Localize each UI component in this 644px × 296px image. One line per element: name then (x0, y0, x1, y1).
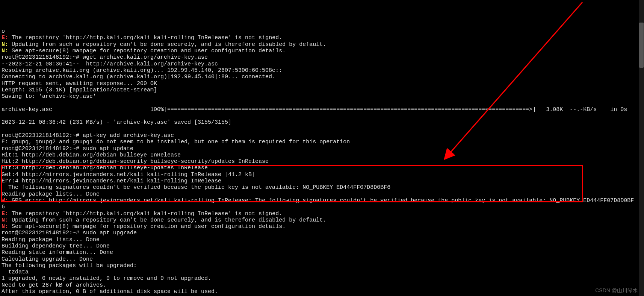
terminal-text-segment: E: gnupg, gnupg2 and gnupg1 do not seem … (2, 139, 350, 145)
terminal-text-segment: 2023-12-21 08:36:42 (231 MB/s) - 'archiv… (2, 119, 231, 126)
terminal-text-segment: The repository 'http://http.kali.org/kal… (8, 35, 282, 41)
terminal-line: Saving to: 'archive-key.asc' (2, 93, 642, 100)
terminal-text-segment: 1 upgraded, 0 newly installed, 0 to remo… (2, 275, 211, 282)
terminal-line: 6 (2, 204, 642, 210)
terminal-text-segment: After this operation, 0 B of additional … (2, 288, 218, 295)
terminal-line (2, 100, 642, 106)
terminal-text-segment: The following packages will be upgraded: (2, 263, 137, 269)
terminal-line: Connecting to archive.kali.org (archive.… (2, 74, 642, 80)
terminal-text-segment: Get:4 http://mirrors.jevincanders.net/ka… (2, 172, 255, 178)
terminal-line (2, 113, 642, 119)
terminal-text-segment: Reading package lists... Done (2, 191, 100, 197)
terminal-line: Resolving archive.kali.org (archive.kali… (2, 67, 642, 74)
terminal-text-segment: Updating from such a repository can't be… (8, 41, 326, 48)
terminal-line: The following signatures couldn't be ver… (2, 184, 642, 191)
terminal-line: Calculating upgrade... Done (2, 256, 642, 263)
terminal-text-segment (2, 126, 5, 132)
terminal-text-segment: --2023-12-21 08:36:41-- http://archive.k… (2, 61, 218, 67)
terminal-text-segment: N: (2, 217, 8, 223)
terminal-line: root@C20231218148192:~# sudo apt upgrade (2, 230, 642, 236)
terminal-text-segment: Saving to: 'archive-key.asc' (2, 93, 96, 100)
scrollbar-thumb[interactable] (639, 23, 644, 68)
terminal-text-segment: Hit:3 http://deb.debian.org/debian bulls… (2, 165, 208, 171)
terminal-text-segment (2, 113, 5, 119)
terminal-line: The following packages will be upgraded: (2, 263, 642, 269)
terminal-line: Hit:2 http://deb.debian.org/debian-secur… (2, 158, 642, 165)
terminal-text-segment: Resolving archive.kali.org (archive.kali… (2, 67, 282, 74)
terminal-line: N: See apt-secure(8) manpage for reposit… (2, 223, 642, 230)
terminal-text-segment: archive-key.asc 100%[===================… (2, 106, 627, 113)
terminal-line: N: See apt-secure(8) manpage for reposit… (2, 48, 642, 54)
terminal-line: --2023-12-21 08:36:41-- http://archive.k… (2, 61, 642, 67)
terminal-text-segment: Calculating upgrade... Done (2, 256, 93, 263)
terminal-line (2, 126, 642, 132)
terminal-text-segment: W: (2, 197, 8, 204)
terminal-text-segment: o (2, 28, 5, 35)
terminal-text-segment: Err:4 http://mirrors.jevincanders.net/ka… (2, 178, 221, 184)
terminal-text-segment: E: (2, 211, 8, 217)
terminal-line: o (2, 28, 642, 35)
terminal-text-segment: GPG error: http://mirrors.jevincanders.n… (8, 197, 634, 204)
terminal-line: After this operation, 0 B of additional … (2, 288, 642, 295)
terminal-line: 1 upgraded, 0 newly installed, 0 to remo… (2, 275, 642, 282)
terminal-output[interactable]: oE: The repository 'http://http.kali.org… (0, 26, 644, 296)
terminal-text-segment: root@C20231218148192:~# sudo apt upgrade (2, 230, 137, 236)
terminal-text-segment (2, 100, 5, 106)
terminal-line: 2023-12-21 08:36:42 (231 MB/s) - 'archiv… (2, 119, 642, 126)
terminal-text-segment: Hit:1 http://deb.debian.org/debian bulls… (2, 152, 181, 158)
terminal-text-segment: N: (2, 223, 8, 230)
terminal-text-segment: Need to get 287 kB of archives. (2, 282, 106, 288)
terminal-line: Reading state information... Done (2, 249, 642, 256)
terminal-text-segment: Reading package lists... Done (2, 237, 100, 243)
terminal-line: Need to get 287 kB of archives. (2, 282, 642, 288)
terminal-line: root@C20231218148192:~# wget archive.kal… (2, 54, 642, 61)
terminal-line: Get:4 http://mirrors.jevincanders.net/ka… (2, 172, 642, 178)
terminal-line: Building dependency tree... Done (2, 243, 642, 249)
terminal-line: HTTP request sent, awaiting response... … (2, 80, 642, 87)
terminal-text-segment: Connecting to archive.kali.org (archive.… (2, 74, 275, 80)
terminal-text-segment: The repository 'http://http.kali.org/kal… (8, 211, 282, 217)
terminal-line: Hit:3 http://deb.debian.org/debian bulls… (2, 165, 642, 171)
terminal-line: W: GPG error: http://mirrors.jevincander… (2, 197, 642, 204)
terminal-text-segment: E: (2, 35, 8, 41)
terminal-text-segment: root@C20231218148192:~# sudo apt update (2, 146, 133, 152)
terminal-line: tzdata (2, 269, 642, 275)
terminal-line: E: gnupg, gnupg2 and gnupg1 do not seem … (2, 139, 642, 145)
terminal-line: Reading package lists... Done (2, 191, 642, 197)
terminal-text-segment: Length: 3155 (3.1K) [application/octet-s… (2, 87, 157, 93)
terminal-line: Hit:1 http://deb.debian.org/debian bulls… (2, 152, 642, 158)
terminal-text-segment: tzdata (2, 269, 29, 275)
terminal-line: E: The repository 'http://http.kali.org/… (2, 35, 642, 41)
watermark-text: CSDN @山川绿水 (595, 287, 638, 294)
terminal-text-segment: root@C20231218148192:~# wget archive.kal… (2, 54, 208, 61)
terminal-text-segment: Building dependency tree... Done (2, 243, 110, 249)
terminal-text-segment: root@C20231218148192:~# apt-key add arch… (2, 132, 174, 139)
terminal-text-segment: Hit:2 http://deb.debian.org/debian-secur… (2, 158, 269, 165)
terminal-line: Length: 3155 (3.1K) [application/octet-s… (2, 87, 642, 93)
terminal-text-segment: See apt-secure(8) manpage for repository… (8, 223, 286, 230)
terminal-line: archive-key.asc 100%[===================… (2, 106, 642, 113)
terminal-text-segment: Reading state information... Done (2, 249, 113, 256)
terminal-text-segment: N: (2, 48, 8, 54)
terminal-line: root@C20231218148192:~# apt-key add arch… (2, 132, 642, 139)
terminal-text-segment: The following signatures couldn't be ver… (2, 184, 390, 191)
terminal-line: root@C20231218148192:~# sudo apt update (2, 146, 642, 152)
terminal-text-segment: N: (2, 41, 8, 48)
terminal-line: E: The repository 'http://http.kali.org/… (2, 211, 642, 217)
terminal-line: N: Updating from such a repository can't… (2, 41, 642, 48)
terminal-text-segment: See apt-secure(8) manpage for repository… (8, 48, 286, 54)
terminal-line: Err:4 http://mirrors.jevincanders.net/ka… (2, 178, 642, 184)
terminal-text-segment: HTTP request sent, awaiting response... … (2, 80, 157, 87)
terminal-text-segment: Updating from such a repository can't be… (8, 217, 326, 223)
terminal-line: N: Updating from such a repository can't… (2, 217, 642, 223)
terminal-line: Reading package lists... Done (2, 237, 642, 243)
vertical-scrollbar[interactable] (639, 0, 644, 296)
terminal-text-segment: 6 (2, 204, 5, 210)
